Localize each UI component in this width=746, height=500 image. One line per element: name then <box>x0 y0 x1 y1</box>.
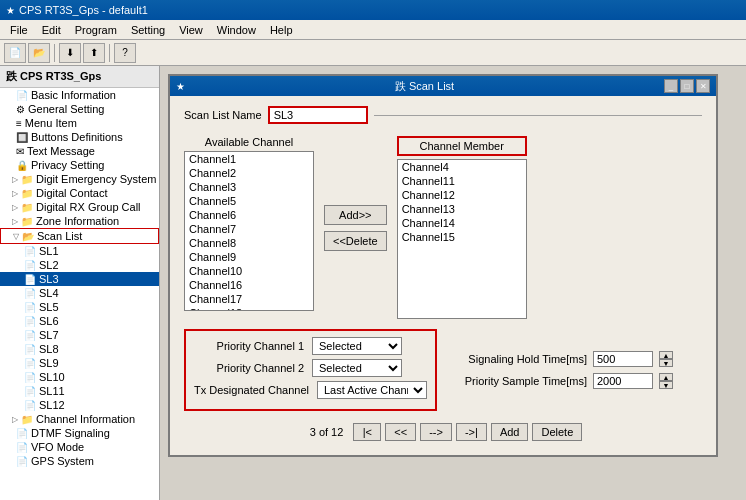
member-channel-item[interactable]: Channel12 <box>398 188 526 202</box>
sidebar-item-sl2[interactable]: 📄 SL2 <box>0 258 159 272</box>
priority-sample-up[interactable]: ▲ <box>659 373 673 381</box>
available-channel-list[interactable]: Channel1Channel2Channel3Channel5Channel6… <box>184 151 314 311</box>
priority1-label: Priority Channel 1 <box>194 340 304 352</box>
menu-window[interactable]: Window <box>211 23 262 37</box>
priority-sample-label: Priority Sample Time[ms] <box>447 375 587 387</box>
available-channel-item[interactable]: Channel2 <box>185 166 313 180</box>
channel-member-list[interactable]: Channel4Channel11Channel12Channel13Chann… <box>397 159 527 319</box>
sidebar-item-sl3[interactable]: 📄 SL3 <box>0 272 159 286</box>
sidebar-item-sl6[interactable]: 📄 SL6 <box>0 314 159 328</box>
sidebar-item-sl1[interactable]: 📄 SL1 <box>0 244 159 258</box>
sidebar-item-zone-info[interactable]: ▷ 📁 Zone Information <box>0 214 159 228</box>
open-button[interactable]: 📂 <box>28 43 50 63</box>
menu-edit[interactable]: Edit <box>36 23 67 37</box>
menu-view[interactable]: View <box>173 23 209 37</box>
sidebar-item-general-setting[interactable]: ⚙ General Setting <box>0 102 159 116</box>
nav-prev-button[interactable]: << <box>385 423 416 441</box>
sidebar-title-text: 跌 CPS RT3S_Gps <box>6 69 101 84</box>
expand-digit-emergency: ▷ <box>12 175 18 184</box>
signaling-hold-input[interactable] <box>593 351 653 367</box>
sidebar-item-basic-information[interactable]: 📄 Basic Information <box>0 88 159 102</box>
nav-last-button[interactable]: ->| <box>456 423 487 441</box>
sidebar-item-sl11[interactable]: 📄 SL11 <box>0 384 159 398</box>
member-channel-item[interactable]: Channel13 <box>398 202 526 216</box>
read-button[interactable]: ⬆ <box>83 43 105 63</box>
sidebar: 跌 CPS RT3S_Gps 📄 Basic Information ⚙ Gen… <box>0 66 160 500</box>
available-channel-item[interactable]: Channel16 <box>185 278 313 292</box>
sl4-icon: 📄 <box>24 288 36 299</box>
sidebar-item-sl9[interactable]: 📄 SL9 <box>0 356 159 370</box>
tx-designated-select[interactable]: Last Active Channel Selected Channel1 <box>317 381 427 399</box>
expand-digital-contact: ▷ <box>12 189 18 198</box>
signaling-hold-spinner: ▲ ▼ <box>659 351 673 367</box>
available-channel-item[interactable]: Channel10 <box>185 264 313 278</box>
sidebar-item-vfo[interactable]: 📄 VFO Mode <box>0 440 159 454</box>
member-channel-item[interactable]: Channel15 <box>398 230 526 244</box>
sidebar-item-sl8[interactable]: 📄 SL8 <box>0 342 159 356</box>
menu-help[interactable]: Help <box>264 23 299 37</box>
available-channel-item[interactable]: Channel1 <box>185 152 313 166</box>
signaling-hold-up[interactable]: ▲ <box>659 351 673 359</box>
dialog-maximize-button[interactable]: □ <box>680 79 694 93</box>
sidebar-item-sl4[interactable]: 📄 SL4 <box>0 286 159 300</box>
priority2-select[interactable]: Selected Channel1 Channel2 <box>312 359 402 377</box>
member-channel-item[interactable]: Channel11 <box>398 174 526 188</box>
dialog-close-button[interactable]: ✕ <box>696 79 710 93</box>
sidebar-item-digit-emergency[interactable]: ▷ 📁 Digit Emergency System <box>0 172 159 186</box>
toolbar-separator-2 <box>109 44 110 62</box>
available-channel-item[interactable]: Channel3 <box>185 180 313 194</box>
available-channel-item[interactable]: Channel7 <box>185 222 313 236</box>
general-setting-icon: ⚙ <box>16 104 25 115</box>
help-button[interactable]: ? <box>114 43 136 63</box>
menu-program[interactable]: Program <box>69 23 123 37</box>
menu-file[interactable]: File <box>4 23 34 37</box>
priority1-select[interactable]: Selected Channel1 Channel2 <box>312 337 402 355</box>
available-channel-item[interactable]: Channel18 <box>185 306 313 311</box>
nav-add-button[interactable]: Add <box>491 423 529 441</box>
write-button[interactable]: ⬇ <box>59 43 81 63</box>
digital-contact-icon: 📁 <box>21 188 33 199</box>
scan-list-name-input[interactable] <box>268 106 368 124</box>
sidebar-item-channel-info[interactable]: ▷ 📁 Channel Information <box>0 412 159 426</box>
signaling-hold-down[interactable]: ▼ <box>659 359 673 367</box>
sidebar-item-text-message[interactable]: ✉ Text Message <box>0 144 159 158</box>
sidebar-item-digital-contact[interactable]: ▷ 📁 Digital Contact <box>0 186 159 200</box>
dialog-title-bar: ★ 跌 Scan List _ □ ✕ <box>170 76 716 96</box>
member-channel-item[interactable]: Channel14 <box>398 216 526 230</box>
priority-sample-input[interactable] <box>593 373 653 389</box>
sidebar-item-menu-item[interactable]: ≡ Menu Item <box>0 116 159 130</box>
available-channel-item[interactable]: Channel6 <box>185 208 313 222</box>
menu-setting[interactable]: Setting <box>125 23 171 37</box>
available-channel-panel: Available Channel Channel1Channel2Channe… <box>184 136 314 311</box>
sidebar-item-dtmf[interactable]: 📄 DTMF Signaling <box>0 426 159 440</box>
priority-sample-down[interactable]: ▼ <box>659 381 673 389</box>
sidebar-item-gps[interactable]: 📄 GPS System <box>0 454 159 468</box>
available-channel-item[interactable]: Channel5 <box>185 194 313 208</box>
sidebar-item-sl12[interactable]: 📄 SL12 <box>0 398 159 412</box>
signaling-settings: Signaling Hold Time[ms] ▲ ▼ Priority Sam… <box>447 329 673 411</box>
sidebar-item-sl10[interactable]: 📄 SL10 <box>0 370 159 384</box>
app-title: CPS RT3S_Gps - default1 <box>19 4 148 16</box>
nav-delete-button[interactable]: Delete <box>532 423 582 441</box>
sidebar-item-buttons-def[interactable]: 🔲 Buttons Definitions <box>0 130 159 144</box>
member-channel-item[interactable]: Channel4 <box>398 160 526 174</box>
sidebar-item-sl7[interactable]: 📄 SL7 <box>0 328 159 342</box>
dialog-minimize-button[interactable]: _ <box>664 79 678 93</box>
available-channel-item[interactable]: Channel9 <box>185 250 313 264</box>
delete-button[interactable]: <<Delete <box>324 231 387 251</box>
sidebar-item-digital-rx[interactable]: ▷ 📁 Digital RX Group Call <box>0 200 159 214</box>
nav-first-button[interactable]: |< <box>353 423 381 441</box>
settings-section: Priority Channel 1 Selected Channel1 Cha… <box>184 329 702 411</box>
toolbar-separator-1 <box>54 44 55 62</box>
bottom-nav: 3 of 12 |< << --> ->| Add Delete <box>184 419 702 445</box>
sidebar-item-privacy-setting[interactable]: 🔒 Privacy Setting <box>0 158 159 172</box>
nav-next-button[interactable]: --> <box>420 423 452 441</box>
new-button[interactable]: 📄 <box>4 43 26 63</box>
available-channel-item[interactable]: Channel17 <box>185 292 313 306</box>
sidebar-item-scan-list[interactable]: ▽ 📂 Scan List <box>0 228 159 244</box>
expand-digital-rx: ▷ <box>12 203 18 212</box>
available-channel-item[interactable]: Channel8 <box>185 236 313 250</box>
sidebar-item-sl5[interactable]: 📄 SL5 <box>0 300 159 314</box>
scan-list-name-row: Scan List Name <box>184 106 702 124</box>
add-button[interactable]: Add>> <box>324 205 387 225</box>
